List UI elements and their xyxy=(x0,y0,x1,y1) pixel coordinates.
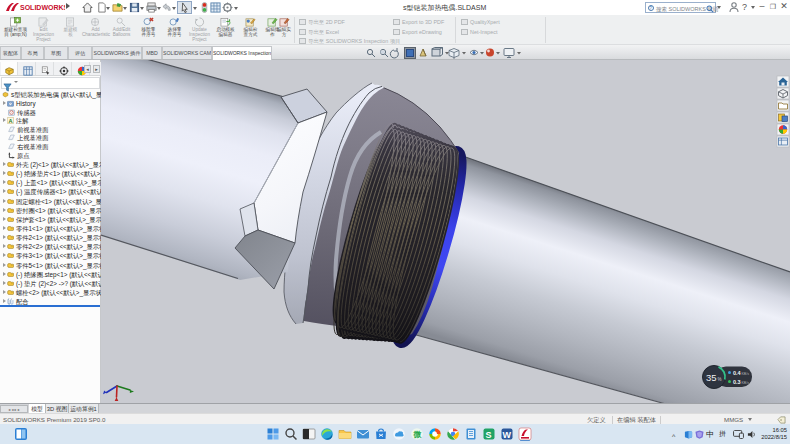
svg-text:SOLIDWORKS: SOLIDWORKS xyxy=(20,4,65,11)
svg-text:W: W xyxy=(503,430,512,440)
svg-text:KB/s: KB/s xyxy=(742,372,750,376)
svg-text:S: S xyxy=(486,430,492,440)
svg-text:A: A xyxy=(9,118,13,124)
svg-text:35: 35 xyxy=(706,372,717,383)
svg-text:0.3: 0.3 xyxy=(733,379,741,385)
svg-text:KB/s: KB/s xyxy=(742,381,750,385)
svg-text:%: % xyxy=(718,377,722,382)
svg-text:0.4: 0.4 xyxy=(733,370,742,376)
svg-text:微: 微 xyxy=(413,430,423,439)
